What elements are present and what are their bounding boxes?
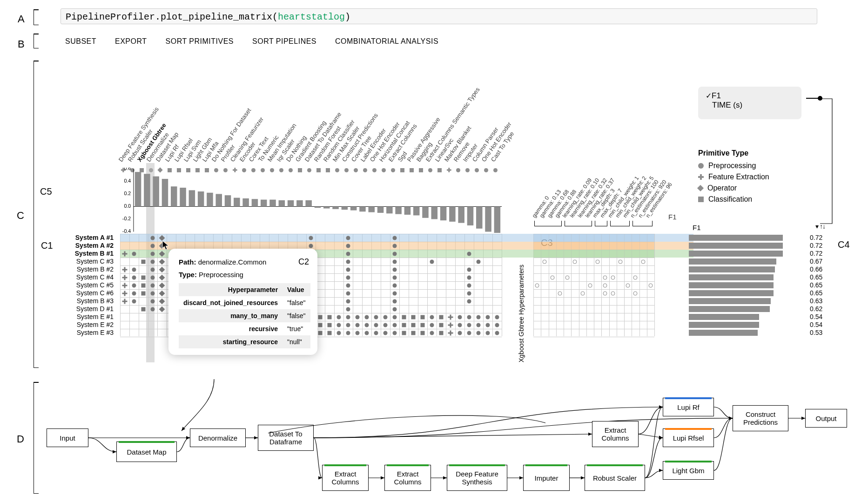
matrix-marker[interactable] [151,244,155,248]
matrix-marker[interactable] [346,259,350,264]
matrix-marker[interactable] [448,314,453,319]
matrix-marker[interactable] [486,331,490,335]
hp-marker[interactable] [580,291,585,295]
matrix-marker[interactable] [309,244,313,248]
dag-node-ec3[interactable]: ExtractColumns [592,421,639,447]
dag-node-lrfs[interactable]: Lupi Rfsel [663,428,714,447]
matrix-marker[interactable] [132,283,136,287]
matrix-marker[interactable] [448,330,453,335]
pipeline-name[interactable]: System B #1 [51,250,115,258]
dag-node-dfs[interactable]: Deep FeatureSynthesis [447,465,507,491]
matrix-marker[interactable] [309,236,313,240]
dag-node-cpred[interactable]: ConstructPredictions [733,405,788,431]
matrix-marker[interactable] [393,283,397,287]
matrix-marker[interactable] [467,299,471,303]
matrix-marker[interactable] [374,315,378,319]
matrix-marker[interactable] [393,331,397,335]
matrix-marker[interactable] [393,307,397,311]
hp-marker[interactable] [603,283,607,287]
matrix-marker[interactable] [151,299,155,303]
metric-f1-row[interactable]: ✓F1 [706,91,794,101]
matrix-marker[interactable] [346,236,350,240]
dag-node-ec1[interactable]: ExtractColumns [322,465,369,491]
matrix-marker[interactable] [346,244,350,248]
pipeline-name[interactable]: System C #6 [51,289,115,297]
matrix-marker[interactable] [346,267,350,272]
matrix-marker[interactable] [430,331,434,335]
dag-node-d2df[interactable]: Dataset ToDataframe [258,425,314,451]
matrix-marker[interactable] [411,323,416,327]
matrix-marker[interactable] [122,251,128,256]
matrix-marker[interactable] [458,323,462,327]
matrix-marker[interactable] [411,331,416,335]
hp-marker[interactable] [648,283,653,287]
matrix-marker[interactable] [346,299,350,303]
metric-time-row[interactable]: TIME (s) [706,101,794,110]
matrix-marker[interactable] [159,266,165,272]
matrix-marker[interactable] [486,323,490,327]
matrix-marker[interactable] [393,267,397,272]
matrix-marker[interactable] [467,315,471,319]
matrix-marker[interactable] [356,315,360,319]
matrix-marker[interactable] [346,307,350,311]
dag-node-lrf[interactable]: Lupi Rf [663,398,714,416]
matrix-marker[interactable] [430,323,434,327]
pipeline-name[interactable]: System B #2 [51,265,115,273]
matrix-marker[interactable] [318,315,323,319]
matrix-marker[interactable] [151,291,155,295]
hp-marker[interactable] [618,259,622,264]
matrix-marker[interactable] [132,291,136,295]
hp-marker[interactable] [535,283,539,287]
matrix-marker[interactable] [141,307,146,311]
matrix-marker[interactable] [159,306,165,312]
matrix-marker[interactable] [122,291,128,296]
matrix-marker[interactable] [141,259,146,264]
hp-marker[interactable] [611,291,615,295]
matrix-marker[interactable] [356,323,360,327]
toolbar-item[interactable]: EXPORT [115,37,147,46]
matrix-marker[interactable] [132,267,136,272]
toolbar-item[interactable]: SORT PRIMITIVES [166,37,234,46]
matrix-marker[interactable] [132,299,136,303]
dag-node-dsmap[interactable]: Dataset Map [116,442,177,462]
pipeline-name[interactable]: System C #3 [51,258,115,265]
matrix-marker[interactable] [467,323,471,327]
matrix-marker[interactable] [421,323,425,327]
pipeline-name[interactable]: System E #2 [51,321,115,329]
matrix-marker[interactable] [374,323,378,327]
matrix-marker[interactable] [159,298,165,304]
hp-marker[interactable] [633,275,638,279]
matrix-marker[interactable] [365,315,369,319]
matrix-marker[interactable] [421,315,425,319]
matrix-marker[interactable] [346,315,350,319]
matrix-marker[interactable] [151,283,155,287]
matrix-marker[interactable] [486,315,490,319]
matrix-marker[interactable] [393,291,397,295]
hp-marker[interactable] [558,291,562,295]
pipeline-name[interactable]: System E #3 [51,329,115,337]
matrix-marker[interactable] [337,331,341,335]
matrix-marker[interactable] [365,323,369,327]
matrix-marker[interactable] [365,331,369,335]
pipeline-name[interactable]: System B #3 [51,297,115,305]
matrix-marker[interactable] [159,274,165,280]
matrix-marker[interactable] [151,275,155,279]
matrix-marker[interactable] [458,331,462,335]
matrix-marker[interactable] [393,236,397,240]
matrix-marker[interactable] [495,331,499,335]
matrix-marker[interactable] [393,323,397,327]
hp-marker[interactable] [641,259,645,264]
matrix-marker[interactable] [430,315,434,319]
matrix-marker[interactable] [384,323,388,327]
matrix-marker[interactable] [346,275,350,279]
matrix-marker[interactable] [477,323,481,327]
matrix-marker[interactable] [402,315,406,319]
matrix-marker[interactable] [467,331,471,335]
matrix-marker[interactable] [439,315,444,319]
matrix-marker[interactable] [374,331,378,335]
dag-node-in[interactable]: Input [47,428,88,447]
matrix-marker[interactable] [346,323,350,327]
matrix-marker[interactable] [151,259,155,264]
matrix-marker[interactable] [141,275,146,279]
matrix-marker[interactable] [328,323,332,327]
